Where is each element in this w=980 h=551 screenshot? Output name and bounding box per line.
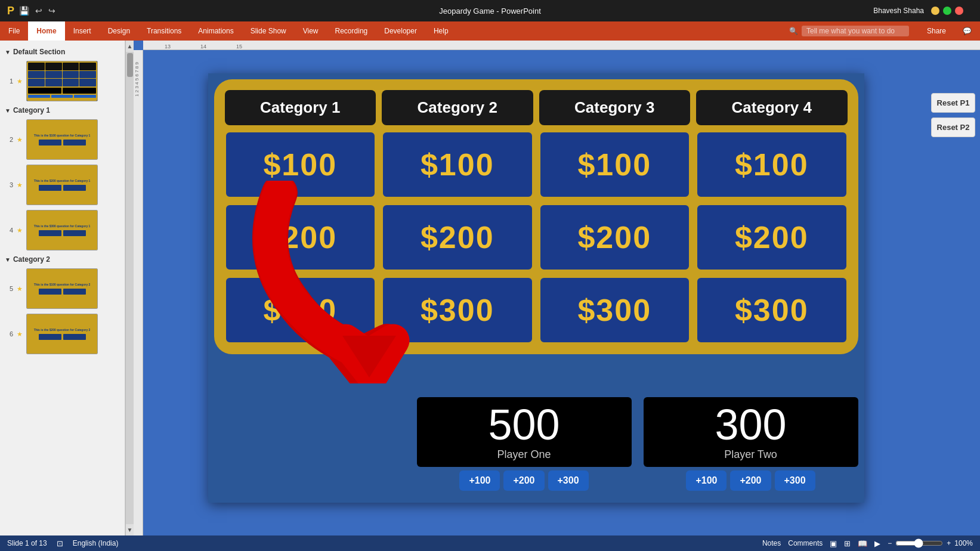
slide-6-star: ★ [17, 330, 23, 338]
category-1-header: Category 1 [225, 90, 376, 125]
section-default[interactable]: ▼ Default Section [0, 45, 125, 58]
player-1-score: 500 [429, 403, 620, 446]
category-2-header: Category 2 [382, 90, 533, 125]
ruler-vmark-7: 7 [134, 70, 140, 72]
titlebar-left: P 💾 ↩ ↪ [7, 5, 55, 17]
tab-help[interactable]: Help [425, 21, 457, 41]
sidebar-scrollbar[interactable]: ▲ ▼ [125, 41, 134, 535]
tab-recording[interactable]: Recording [327, 21, 376, 41]
section-label: Default Section [13, 48, 65, 56]
price-cell-cat1-200[interactable]: $200 [225, 204, 376, 271]
player-1-panel: 500 Player One +100 +200 +300 [417, 397, 632, 491]
zoom-out-icon[interactable]: − [888, 539, 892, 547]
player-1-btn-300[interactable]: +300 [548, 470, 589, 491]
player-2-btn-100[interactable]: +100 [686, 470, 727, 491]
section-arrow: ▼ [5, 49, 11, 55]
normal-view-icon[interactable]: ▣ [830, 539, 837, 548]
price-cell-cat4-200[interactable]: $200 [696, 204, 848, 271]
price-cell-cat1-300[interactable]: $300 [225, 277, 376, 343]
slide-4-num: 4 [5, 227, 13, 234]
user-name: Bhavesh Shaha [873, 7, 924, 15]
slides-panel: ▼ Default Section 1 ★ [0, 41, 125, 535]
tab-home[interactable]: Home [28, 21, 64, 41]
section-cat2[interactable]: ▼ Category 2 [0, 253, 125, 266]
slide-5-row[interactable]: 5 ★ This is the $100 question for Catego… [0, 266, 125, 311]
fit-slide-icon[interactable]: ⊡ [57, 539, 63, 548]
scroll-down-arrow[interactable]: ▼ [127, 524, 133, 535]
reset-p2-button[interactable]: Reset P2 [931, 117, 975, 137]
player-2-btn-200[interactable]: +200 [730, 470, 771, 491]
search-input[interactable] [802, 26, 909, 36]
slideshow-icon[interactable]: ▶ [874, 539, 880, 548]
price-cell-cat1-100[interactable]: $100 [225, 131, 376, 198]
tab-view[interactable]: View [295, 21, 327, 41]
titlebar-quick-access: 💾 ↩ ↪ [19, 6, 55, 16]
window-controls [931, 7, 963, 15]
titlebar-title: Jeopardy Game - PowerPoint [439, 7, 541, 16]
ruler-vmark-4: 4 [134, 82, 140, 84]
notes-button[interactable]: Notes [762, 539, 781, 547]
price-cell-cat3-100[interactable]: $100 [539, 131, 691, 198]
slide-4-row[interactable]: 4 ★ This is the $300 question for Catego… [0, 208, 125, 253]
reset-p1-button[interactable]: Reset P1 [931, 93, 975, 113]
zoom-slider[interactable] [895, 538, 943, 548]
undo-icon[interactable]: ↩ [35, 6, 42, 16]
reading-view-icon[interactable]: 📖 [858, 539, 867, 548]
titlebar-right: Bhavesh Shaha [873, 7, 973, 15]
powerpoint-icon: P [7, 5, 14, 17]
scroll-track[interactable] [126, 52, 134, 524]
player-2-btn-300[interactable]: +300 [775, 470, 815, 491]
slide-3-row[interactable]: 3 ★ This is the $200 question for Catego… [0, 162, 125, 208]
comments-button[interactable]: Comments [788, 539, 823, 547]
redo-icon[interactable]: ↪ [48, 6, 55, 16]
tab-animations[interactable]: Animations [190, 21, 242, 41]
tab-transitions[interactable]: Transitions [138, 21, 190, 41]
ribbon: File Home Insert Design Transitions Anim… [0, 21, 980, 41]
slide-2-row[interactable]: 2 ★ This is the $100 question for Catego… [0, 117, 125, 162]
slide-1-row[interactable]: 1 ★ [0, 58, 125, 104]
scroll-thumb[interactable] [127, 53, 133, 77]
tab-developer[interactable]: Developer [376, 21, 425, 41]
price-cell-cat2-300[interactable]: $300 [382, 277, 533, 343]
player-1-btn-100[interactable]: +100 [459, 470, 500, 491]
share-button[interactable]: Share [919, 21, 954, 41]
player-1-buttons: +100 +200 +300 [459, 470, 588, 491]
price-cell-cat2-200[interactable]: $200 [382, 204, 533, 271]
slide-6-row[interactable]: 6 ★ This is the $200 question for Catego… [0, 311, 125, 357]
price-cell-cat4-300[interactable]: $300 [696, 277, 848, 343]
price-cell-cat4-100[interactable]: $100 [696, 131, 848, 198]
section-cat2-label: Category 2 [13, 255, 50, 264]
comments-button[interactable]: 💬 [954, 21, 980, 41]
slide-4-thumb[interactable]: This is the $300 question for Category 1 [26, 210, 98, 250]
close-button[interactable] [955, 7, 963, 15]
price-cell-cat3-300[interactable]: $300 [539, 277, 691, 343]
tab-file[interactable]: File [0, 21, 28, 41]
slide-5-thumb[interactable]: This is the $100 question for Category 2 [26, 268, 98, 309]
ruler-vmark-1: 1 [134, 94, 140, 97]
section-cat1-label: Category 1 [13, 106, 50, 114]
save-icon[interactable]: 💾 [19, 6, 29, 16]
slide-1-thumb[interactable] [26, 61, 98, 101]
scroll-up-arrow[interactable]: ▲ [127, 41, 133, 52]
player-2-panel: 300 Player Two +100 +200 +300 [644, 397, 858, 491]
minimize-button[interactable] [931, 7, 939, 15]
price-cell-cat3-200[interactable]: $200 [539, 204, 691, 271]
sidebar-wrapper: ▼ Default Section 1 ★ [0, 41, 134, 535]
zoom-level: 100% [954, 539, 973, 547]
slide-5-star: ★ [17, 285, 23, 293]
slide-2-thumb[interactable]: This is the $100 question for Category 1 [26, 119, 98, 160]
slide-sorter-icon[interactable]: ⊞ [844, 539, 851, 548]
section-cat1[interactable]: ▼ Category 1 [0, 104, 125, 117]
player-1-score-box: 500 Player One [417, 397, 632, 467]
price-cell-cat2-100[interactable]: $100 [382, 131, 533, 198]
player-1-btn-200[interactable]: +200 [503, 470, 544, 491]
tab-design[interactable]: Design [100, 21, 138, 41]
tab-insert[interactable]: Insert [65, 21, 100, 41]
slide-3-num: 3 [5, 181, 13, 188]
zoom-in-icon[interactable]: + [947, 539, 951, 547]
ruler-mark-15: 15 [236, 44, 242, 49]
slide-6-thumb[interactable]: This is the $200 question for Category 2 [26, 314, 98, 354]
tab-slideshow[interactable]: Slide Show [242, 21, 295, 41]
maximize-button[interactable] [943, 7, 951, 15]
slide-3-thumb[interactable]: This is the $200 question for Category 1 [26, 165, 98, 205]
